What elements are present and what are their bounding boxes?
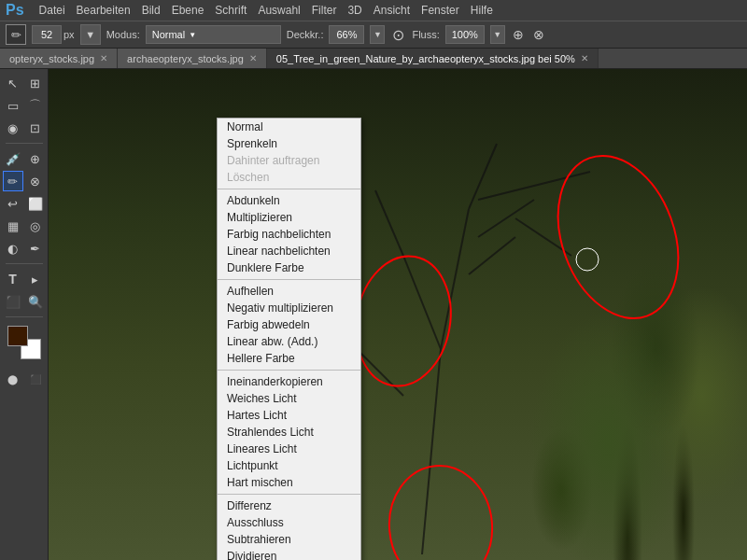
modus-value: Normal — [152, 29, 185, 40]
crop-tool[interactable]: ⊡ — [25, 118, 46, 138]
dropdown-item[interactable]: Farbig abwedeln — [218, 316, 360, 333]
brush-tool[interactable]: ✏ — [3, 171, 23, 191]
brush-preset-icon[interactable]: ▼ — [80, 24, 101, 45]
menu-schrift[interactable]: Schrift — [215, 4, 247, 17]
healing-brush-tool[interactable]: ⊕ — [25, 148, 46, 169]
dropdown-item[interactable]: Aufhellen — [218, 283, 360, 300]
zoom-tool[interactable]: 🔍 — [25, 291, 46, 312]
dropdown-item[interactable]: Hart mischen — [218, 474, 360, 491]
menu-filter[interactable]: Filter — [312, 4, 337, 17]
dropdown-separator — [218, 189, 360, 189]
dropdown-item[interactable]: Lichtpunkt — [218, 457, 360, 474]
dropdown-item[interactable]: Löschen — [218, 169, 360, 186]
menu-ebene[interactable]: Ebene — [172, 4, 204, 17]
dropdown-item[interactable]: Ineinanderkopieren — [218, 373, 360, 390]
marquee-tool[interactable]: ▭ — [3, 95, 23, 116]
menu-hilfe[interactable]: Hilfe — [471, 4, 493, 17]
menu-3d[interactable]: 3D — [347, 4, 361, 17]
tab-2[interactable]: 05_Tree_in_green_Nature_by_archaeopteryx… — [267, 49, 599, 68]
foreground-color-swatch[interactable] — [7, 326, 28, 346]
dropdown-item[interactable]: Normal — [218, 119, 360, 135]
modus-label: Modus: — [106, 29, 140, 40]
pen-tool[interactable]: ✒ — [25, 238, 46, 259]
menu-bearbeiten[interactable]: Bearbeiten — [77, 4, 131, 17]
artboard-tool[interactable]: ⊞ — [25, 73, 46, 93]
dropdown-item[interactable]: Hartes Licht — [218, 407, 360, 424]
eyedropper-tool[interactable]: 💉 — [3, 148, 23, 169]
dropdown-separator — [218, 370, 360, 371]
menu-bild[interactable]: Bild — [142, 4, 161, 17]
tab-close-0[interactable]: ✕ — [100, 53, 107, 63]
clone-source-icon[interactable]: ⊗ — [531, 25, 546, 44]
dropdown-item[interactable]: Sprenkeln — [218, 135, 360, 152]
lasso-tool[interactable]: ⌒ — [25, 95, 46, 116]
color-swatches[interactable] — [7, 326, 41, 359]
dropdown-item[interactable]: Differenz — [218, 497, 360, 514]
ps-logo: Ps — [6, 2, 24, 19]
size-unit: px — [63, 29, 75, 40]
gradient-tool[interactable]: ▦ — [3, 216, 23, 236]
menu-auswahl[interactable]: Auswahl — [258, 4, 300, 17]
eraser-tool[interactable]: ⬜ — [25, 193, 46, 214]
options-bar: ✏ px ▼ Modus: Normal ▼ Deckkr.: ▼ ⊙ Flus… — [0, 21, 747, 49]
tab-label-1: archaeopteryx_stocks.jpg — [127, 53, 244, 64]
menu-fenster[interactable]: Fenster — [421, 4, 459, 17]
dropdown-item[interactable]: Negativ multiplizieren — [218, 300, 360, 316]
mode-dropdown-menu[interactable]: NormalSprenkelnDahinter auftragenLöschen… — [217, 118, 361, 560]
dropdown-item[interactable]: Dividieren — [218, 548, 360, 560]
quick-mask-tool[interactable]: ⬤ — [3, 369, 23, 389]
brush-tool-icon[interactable]: ✏ — [6, 24, 26, 45]
tab-close-1[interactable]: ✕ — [249, 53, 257, 63]
fluss-dropdown-arrow[interactable]: ▼ — [490, 25, 505, 44]
dropdown-item[interactable]: Farbig nachbelichten — [218, 226, 360, 243]
move-tool[interactable]: ↖ — [3, 73, 23, 93]
dropdown-item[interactable]: Strahlendes Licht — [218, 424, 360, 441]
fluss-label: Fluss: — [412, 29, 439, 40]
airbrush-icon[interactable]: ⊙ — [390, 24, 406, 46]
deckr-input[interactable] — [329, 25, 364, 44]
tab-0[interactable]: opteryx_stocks.jpg ✕ — [0, 49, 118, 68]
brush-size-input[interactable] — [32, 25, 62, 44]
dropdown-item[interactable]: Weiches Licht — [218, 390, 360, 407]
dropdown-item[interactable]: Linear abw. (Add.) — [218, 333, 360, 350]
deckr-dropdown-arrow[interactable]: ▼ — [370, 25, 385, 44]
dropdown-item[interactable]: Hellere Farbe — [218, 350, 360, 367]
modus-arrow: ▼ — [189, 31, 196, 39]
menubar: Ps Datei Bearbeiten Bild Ebene Schrift A… — [0, 0, 747, 21]
dropdown-item[interactable]: Dahinter auftragen — [218, 152, 360, 169]
dropdown-item[interactable]: Linear nachbelichten — [218, 243, 360, 259]
stamp-tool[interactable]: ⊗ — [25, 171, 46, 191]
tab-label-2: 05_Tree_in_green_Nature_by_archaeopteryx… — [276, 53, 575, 64]
menu-ansicht[interactable]: Ansicht — [374, 4, 410, 17]
modus-dropdown[interactable]: Normal ▼ — [146, 25, 281, 44]
canvas-area[interactable]: NormalSprenkelnDahinter auftragenLöschen… — [49, 69, 747, 560]
tab-label-0: opteryx_stocks.jpg — [9, 53, 94, 64]
tabbar: opteryx_stocks.jpg ✕ archaeopteryx_stock… — [0, 49, 747, 69]
blur-tool[interactable]: ◎ — [25, 216, 46, 236]
dodge-tool[interactable]: ◐ — [3, 238, 23, 259]
tab-1[interactable]: archaeopteryx_stocks.jpg ✕ — [118, 49, 267, 68]
tab-close-2[interactable]: ✕ — [581, 53, 588, 63]
type-tool[interactable]: T — [3, 269, 23, 289]
path-select-tool[interactable]: ▸ — [25, 269, 46, 289]
dropdown-separator — [218, 279, 360, 280]
dropdown-item[interactable]: Dunklere Farbe — [218, 259, 360, 276]
deckr-label: Deckkr.: — [287, 29, 324, 40]
toolbar-sidebar: ↖ ⊞ ▭ ⌒ ◉ ⊡ 💉 ⊕ ✏ ⊗ ↩ ⬜ ▦ ◎ ◐ ✒ — [0, 69, 49, 560]
quick-select-tool[interactable]: ◉ — [3, 118, 23, 138]
menu-datei[interactable]: Datei — [39, 4, 65, 17]
dropdown-item[interactable]: Multiplizieren — [218, 209, 360, 226]
shape-tool[interactable]: ⬛ — [3, 291, 23, 312]
dropdown-item[interactable]: Subtrahieren — [218, 531, 360, 548]
screen-mode-tool[interactable]: ⬛ — [25, 369, 46, 389]
dropdown-item[interactable]: Lineares Licht — [218, 441, 360, 457]
dropdown-item[interactable]: Abdunkeln — [218, 192, 360, 209]
fluss-input[interactable] — [445, 25, 485, 44]
dropdown-item[interactable]: Ausschluss — [218, 514, 360, 531]
dropdown-separator — [218, 494, 360, 495]
tree-image — [49, 69, 747, 560]
size-box: px — [32, 25, 75, 44]
tablet-pressure-icon[interactable]: ⊕ — [511, 25, 526, 44]
main-area: ↖ ⊞ ▭ ⌒ ◉ ⊡ 💉 ⊕ ✏ ⊗ ↩ ⬜ ▦ ◎ ◐ ✒ — [0, 69, 747, 560]
history-brush-tool[interactable]: ↩ — [3, 193, 23, 214]
